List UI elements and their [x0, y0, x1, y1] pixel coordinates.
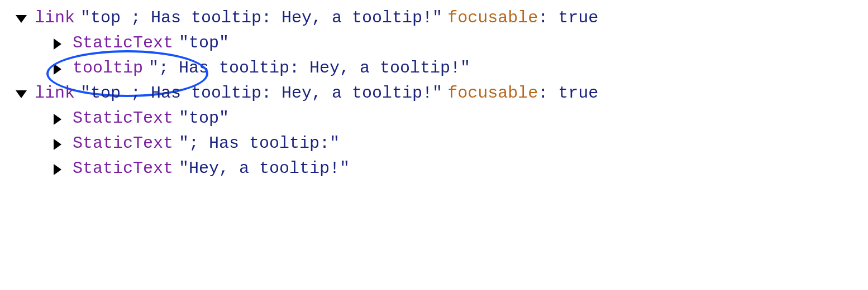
node-role: StaticText — [73, 131, 173, 156]
node-role: StaticText — [73, 156, 173, 181]
chevron-down-icon[interactable] — [16, 15, 27, 23]
node-name: "; Has tooltip: Hey, a tooltip!" — [149, 56, 470, 81]
chevron-right-icon[interactable] — [54, 64, 61, 75]
chevron-right-icon[interactable] — [54, 139, 61, 150]
node-attr-value: : true — [538, 81, 598, 106]
node-attr-key: focusable — [447, 81, 538, 106]
chevron-right-icon[interactable] — [54, 164, 61, 175]
node-role: link — [35, 81, 75, 106]
node-attr-key: focusable — [447, 6, 538, 31]
node-name: "top" — [179, 31, 229, 56]
node-name: "top ; Has tooltip: Hey, a tooltip!" — [80, 6, 442, 31]
node-name: "top ; Has tooltip: Hey, a tooltip!" — [80, 81, 442, 106]
chevron-right-icon[interactable] — [54, 38, 61, 50]
tree-row[interactable]: StaticText"; Has tooltip:" — [11, 131, 857, 156]
node-name: "; Has tooltip:" — [179, 131, 340, 156]
chevron-down-icon[interactable] — [16, 90, 27, 98]
tree-row[interactable]: link"top ; Has tooltip: Hey, a tooltip!"… — [11, 81, 857, 106]
node-role: StaticText — [73, 31, 173, 56]
tree-row[interactable]: StaticText"top" — [11, 31, 857, 56]
node-name: "Hey, a tooltip!" — [179, 156, 350, 181]
chevron-right-icon[interactable] — [54, 114, 61, 125]
node-role: tooltip — [73, 56, 143, 81]
tree-row[interactable]: link"top ; Has tooltip: Hey, a tooltip!"… — [11, 6, 857, 31]
accessibility-tree: link"top ; Has tooltip: Hey, a tooltip!"… — [11, 6, 857, 181]
node-role: link — [35, 6, 75, 31]
tree-row[interactable]: tooltip"; Has tooltip: Hey, a tooltip!" — [11, 56, 857, 81]
node-name: "top" — [179, 106, 229, 131]
node-role: StaticText — [73, 106, 173, 131]
tree-row[interactable]: StaticText"top" — [11, 106, 857, 131]
tree-row[interactable]: StaticText"Hey, a tooltip!" — [11, 156, 857, 181]
node-attr-value: : true — [538, 6, 598, 31]
